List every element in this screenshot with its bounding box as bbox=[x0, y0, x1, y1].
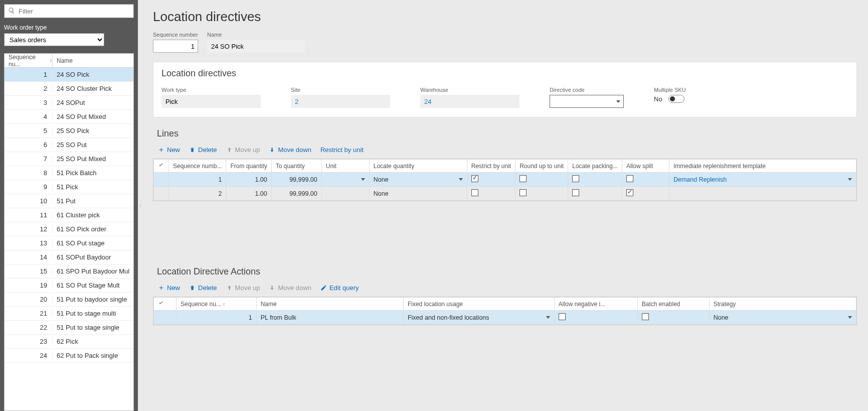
seq-number-input[interactable] bbox=[153, 40, 198, 53]
filter-input[interactable] bbox=[4, 4, 134, 18]
new-button[interactable]: New bbox=[158, 146, 180, 154]
name-input[interactable] bbox=[207, 40, 305, 53]
directive-row[interactable]: 725 SO Put Mixed bbox=[5, 152, 133, 166]
checkbox[interactable] bbox=[559, 313, 566, 320]
work-type-field[interactable] bbox=[161, 95, 261, 108]
delete-button[interactable]: Delete bbox=[189, 146, 217, 154]
directive-list: Sequence nu... ↑ Name 124 SO Pick224 SO … bbox=[4, 53, 134, 411]
directive-row[interactable]: 1161 Cluster pick bbox=[5, 208, 133, 222]
card-title: Location directives bbox=[161, 68, 848, 79]
lines-row[interactable]: 21.0099,999.00None bbox=[154, 187, 856, 201]
actions-select-all-header[interactable] bbox=[154, 298, 177, 311]
directive-code-combo[interactable] bbox=[550, 95, 624, 108]
sort-asc-icon: ↑ bbox=[50, 58, 52, 63]
directive-row[interactable]: 851 Pick Batch bbox=[5, 166, 133, 180]
directive-code-label: Directive code bbox=[550, 87, 624, 93]
seq-header[interactable]: Sequence nu... bbox=[9, 54, 48, 68]
directive-row[interactable]: 2251 Put to stage single bbox=[5, 321, 133, 335]
sidebar: Work order type Sales orders Sequence nu… bbox=[0, 0, 138, 411]
warehouse-field[interactable]: 24 bbox=[420, 95, 519, 108]
directive-rows: 124 SO Pick224 SO Cluster Pick324 SOPut4… bbox=[5, 68, 133, 410]
actions-fixed-col[interactable]: Fixed location usage bbox=[403, 298, 554, 311]
checkbox[interactable] bbox=[626, 175, 633, 182]
directive-row[interactable]: 2362 Pick bbox=[5, 335, 133, 349]
actions-delete-button[interactable]: Delete bbox=[189, 284, 217, 292]
move-down-button[interactable]: Move down bbox=[269, 146, 311, 154]
main: Location directives Sequence number Name… bbox=[142, 0, 868, 411]
roundup-col[interactable]: Round up to unit bbox=[515, 160, 568, 173]
checkbox[interactable] bbox=[519, 175, 527, 182]
actions-seq-col[interactable]: Sequence nu... ↑ bbox=[177, 298, 257, 311]
actions-row[interactable]: 1PL from BulkFixed and non-fixed locatio… bbox=[154, 311, 856, 325]
move-up-button[interactable]: Move up bbox=[226, 146, 260, 154]
checkbox[interactable] bbox=[519, 189, 527, 196]
locate-qty-col[interactable]: Locate quantity bbox=[369, 160, 467, 173]
name-header[interactable]: Name bbox=[53, 57, 133, 64]
actions-neg-col[interactable]: Allow negative i... bbox=[554, 298, 637, 311]
directive-row[interactable]: 525 SO Pick bbox=[5, 124, 133, 138]
allow-split-col[interactable]: Allow split bbox=[622, 160, 669, 173]
splitter[interactable]: ⋮ bbox=[138, 0, 142, 411]
from-qty-col[interactable]: From quantity bbox=[226, 160, 271, 173]
directive-row[interactable]: 1561 SPO Put Baydoor Mul bbox=[5, 264, 133, 279]
name-label: Name bbox=[207, 32, 305, 38]
actions-grid: Sequence nu... ↑ Name Fixed location usa… bbox=[153, 297, 857, 325]
directive-row[interactable]: 424 SO Put Mixed bbox=[5, 110, 133, 124]
chevron-down-icon bbox=[361, 178, 365, 181]
directive-row[interactable]: 1361 SO Put stage bbox=[5, 236, 133, 250]
actions-name-col[interactable]: Name bbox=[256, 298, 403, 311]
directive-row[interactable]: 324 SOPut bbox=[5, 96, 133, 110]
directive-row[interactable]: 2462 Put to Pack single bbox=[5, 349, 133, 363]
filter-wrap bbox=[4, 4, 134, 18]
checkbox[interactable] bbox=[471, 175, 478, 182]
search-icon bbox=[8, 7, 15, 14]
actions-title: Location Directive Actions bbox=[157, 266, 857, 277]
actions-move-down-button[interactable]: Move down bbox=[269, 284, 311, 292]
actions-move-up-button[interactable]: Move up bbox=[226, 284, 260, 292]
checkbox[interactable] bbox=[572, 175, 579, 182]
warehouse-label: Warehouse bbox=[420, 87, 519, 93]
actions-toolbar: New Delete Move up Move down Edit query bbox=[153, 282, 857, 297]
directive-row[interactable]: 1051 Put bbox=[5, 194, 133, 208]
work-order-type-select[interactable]: Sales orders bbox=[4, 33, 104, 46]
site-label: Site bbox=[291, 87, 390, 93]
chevron-down-icon bbox=[546, 316, 550, 319]
directive-row[interactable]: 1261 SO Pick order bbox=[5, 222, 133, 236]
chevron-down-icon bbox=[459, 178, 463, 181]
select-all-header[interactable] bbox=[154, 160, 169, 173]
directive-row[interactable]: 1961 SO Put Stage Mult bbox=[5, 279, 133, 293]
directive-row[interactable]: 2051 Put to baydoor single bbox=[5, 293, 133, 307]
directive-row[interactable]: 625 SO Put bbox=[5, 138, 133, 152]
locate-pack-col[interactable]: Locate packing... bbox=[568, 160, 622, 173]
checkbox[interactable] bbox=[642, 313, 649, 320]
actions-strategy-col[interactable]: Strategy bbox=[709, 298, 856, 311]
restrict-col[interactable]: Restrict by unit bbox=[467, 160, 515, 173]
lines-row[interactable]: 11.0099,999.00NoneDemand Replenish bbox=[154, 173, 856, 187]
chevron-down-icon bbox=[848, 178, 852, 181]
checkbox[interactable] bbox=[626, 189, 633, 196]
actions-new-button[interactable]: New bbox=[158, 284, 180, 292]
seq-number-label: Sequence number bbox=[153, 32, 198, 38]
chevron-down-icon bbox=[616, 100, 620, 103]
lines-title: Lines bbox=[157, 128, 857, 139]
seq-col[interactable]: Sequence numb... bbox=[169, 160, 226, 173]
directive-row[interactable]: 124 SO Pick bbox=[5, 68, 133, 82]
lines-grid: Sequence numb... From quantity To quanti… bbox=[153, 159, 857, 201]
multiple-sku-toggle[interactable] bbox=[668, 95, 684, 103]
to-qty-col[interactable]: To quantity bbox=[271, 160, 321, 173]
directive-row[interactable]: 951 Pick bbox=[5, 180, 133, 194]
directive-row[interactable]: 224 SO Cluster Pick bbox=[5, 82, 133, 96]
edit-query-button[interactable]: Edit query bbox=[320, 284, 359, 292]
immediate-col[interactable]: Immediate replenishment template bbox=[669, 160, 856, 173]
restrict-by-unit-button[interactable]: Restrict by unit bbox=[320, 146, 364, 154]
chevron-down-icon bbox=[848, 316, 852, 319]
directive-row[interactable]: 2151 Put to stage multi bbox=[5, 307, 133, 321]
site-field[interactable]: 2 bbox=[291, 95, 390, 108]
multiple-sku-value: No bbox=[654, 95, 662, 103]
checkbox[interactable] bbox=[471, 189, 478, 196]
unit-col[interactable]: Unit bbox=[321, 160, 369, 173]
checkbox[interactable] bbox=[572, 189, 579, 196]
directive-row[interactable]: 1461 SOPut Baydoor bbox=[5, 250, 133, 264]
work-type-label: Work type bbox=[161, 87, 261, 93]
actions-batch-col[interactable]: Batch enabled bbox=[637, 298, 709, 311]
